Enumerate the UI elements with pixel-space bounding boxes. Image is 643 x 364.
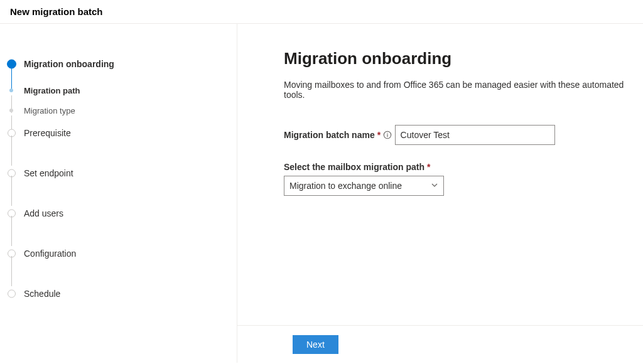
- step-configuration[interactable]: Configuration: [6, 245, 230, 262]
- step-connector: [11, 176, 12, 206]
- required-asterisk: *: [427, 162, 430, 172]
- page-title: New migration batch: [10, 6, 633, 17]
- steps-list: Migration onboarding Migration path Migr…: [6, 55, 230, 302]
- label-text: Select the mailbox migration path: [284, 162, 424, 172]
- step-label: Set endpoint: [24, 168, 73, 178]
- step-label: Migration onboarding: [24, 59, 114, 69]
- step-migration-type[interactable]: Migration type: [6, 104, 230, 117]
- step-set-endpoint[interactable]: Set endpoint: [6, 164, 230, 182]
- migration-path-field-group: Select the mailbox migration path * Migr…: [284, 161, 643, 196]
- step-connector: [11, 216, 12, 246]
- step-schedule[interactable]: Schedule: [6, 285, 230, 302]
- main-content: Migration onboarding Moving mailboxes to…: [237, 24, 643, 363]
- step-add-users[interactable]: Add users: [6, 205, 230, 222]
- svg-point-2: [387, 133, 388, 134]
- batch-name-input[interactable]: [395, 125, 555, 145]
- info-icon[interactable]: [383, 131, 392, 139]
- batch-name-label: Migration batch name *: [284, 130, 392, 140]
- step-label: Add users: [24, 208, 63, 218]
- required-asterisk: *: [377, 130, 381, 140]
- batch-name-field-group: Migration batch name *: [284, 125, 643, 145]
- step-connector: [11, 256, 12, 286]
- footer: Next: [237, 325, 643, 363]
- step-indicator-icon: [9, 88, 13, 92]
- step-indicator-icon: [8, 290, 16, 298]
- next-button[interactable]: Next: [293, 335, 338, 354]
- step-indicator-icon: [9, 109, 13, 112]
- content-description: Moving mailboxes to and from Office 365 …: [284, 80, 643, 100]
- migration-path-select[interactable]: Migration to exchange online: [284, 176, 444, 196]
- chevron-down-icon: [431, 181, 438, 191]
- step-migration-path[interactable]: Migration path: [6, 84, 230, 97]
- step-migration-onboarding[interactable]: Migration onboarding: [6, 55, 230, 73]
- step-connector: [11, 136, 12, 166]
- wizard-sidebar: Migration onboarding Migration path Migr…: [0, 24, 237, 363]
- content-heading: Migration onboarding: [284, 49, 643, 68]
- step-prerequisite[interactable]: Prerequisite: [6, 124, 230, 142]
- step-label: Configuration: [24, 249, 76, 259]
- select-value: Migration to exchange online: [289, 181, 402, 191]
- step-label: Migration path: [24, 86, 80, 95]
- step-label: Migration type: [24, 106, 75, 115]
- header: New migration batch: [0, 0, 643, 24]
- label-text: Migration batch name: [284, 130, 375, 140]
- migration-path-label: Select the mailbox migration path *: [284, 162, 431, 172]
- step-label: Schedule: [24, 289, 60, 299]
- step-label: Prerequisite: [24, 128, 71, 138]
